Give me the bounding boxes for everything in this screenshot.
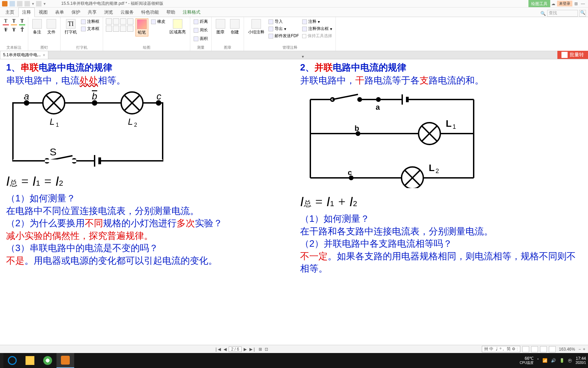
pencil-button[interactable]: 铅笔	[135, 18, 148, 36]
create-stamp-button[interactable]: 创建	[229, 18, 241, 36]
tab-dropdown[interactable]: ▾	[300, 54, 306, 59]
network-icon[interactable]: 📶	[542, 358, 548, 363]
tab-features[interactable]: 特色功能	[138, 8, 162, 17]
tab-protect[interactable]: 保护	[68, 8, 84, 17]
area-highlight-button[interactable]: 区域高亮	[168, 18, 187, 36]
text-box-button[interactable]: 文本框	[80, 26, 100, 32]
polyline-tool[interactable]	[120, 26, 126, 32]
prev-page-button[interactable]: ◀	[223, 347, 227, 352]
line-tool[interactable]	[113, 26, 119, 32]
highlight-tool[interactable]: T	[3, 18, 9, 25]
tab-help[interactable]: 帮助	[163, 8, 179, 17]
qat-dropdown[interactable]: ▾	[32, 1, 34, 6]
cpu-temp[interactable]: 66℃ CPU温度	[520, 356, 534, 365]
close-tab-icon[interactable]: ×	[43, 53, 45, 58]
svg-line-34	[332, 94, 358, 99]
cloud-tool[interactable]	[127, 18, 133, 25]
battery-icon[interactable]: 🔋	[559, 358, 565, 363]
import-button[interactable]: 导入	[268, 18, 299, 25]
view-cont-facing-icon[interactable]	[549, 346, 556, 352]
ime-status[interactable]: 卌 中 ♩ º， 简 ⚙ :	[482, 346, 520, 352]
stamp-button[interactable]: 图章	[214, 18, 227, 36]
polygon-tool[interactable]	[120, 18, 126, 25]
area-button[interactable]: 面积	[193, 35, 209, 42]
batch-convert-button[interactable]: 批量转	[557, 51, 588, 59]
document-tab[interactable]: 5.1串并联电路中电... ×	[0, 51, 48, 59]
print-icon[interactable]	[17, 1, 22, 6]
oval-tool[interactable]	[113, 18, 119, 25]
tab-view[interactable]: 视图	[35, 8, 51, 17]
strikeout-tool[interactable]: T	[3, 27, 9, 34]
login-status[interactable]: 未登录	[557, 1, 572, 6]
eraser-button[interactable]: 橡皮	[150, 18, 166, 25]
tab-cloud[interactable]: 云服务	[117, 8, 137, 17]
tray-up-icon[interactable]: ˄	[537, 358, 539, 363]
save-icon[interactable]	[10, 1, 15, 6]
distance-button[interactable]: 距离	[193, 18, 209, 25]
view-single-icon[interactable]	[522, 346, 529, 352]
svg-text:1: 1	[453, 123, 456, 130]
ribbon-options-icon[interactable]: ⊞	[573, 1, 579, 6]
svg-text:S: S	[50, 146, 56, 157]
tab-annot-format[interactable]: 注释格式	[179, 8, 204, 17]
taskbar-explorer[interactable]	[21, 353, 39, 368]
callout-tool[interactable]	[127, 26, 133, 32]
view-cont-icon[interactable]	[531, 346, 538, 352]
insert-tool[interactable]: T̂	[19, 27, 25, 34]
tab-annotate[interactable]: 注释	[18, 7, 35, 17]
next-page-button[interactable]: ▶	[243, 347, 247, 352]
annot-box-button[interactable]: 注释框	[80, 18, 100, 25]
clock[interactable]: 17:44 2020/1	[575, 356, 586, 365]
zoom-out-button[interactable]: −	[578, 347, 581, 352]
qat-dropdown2[interactable]: ▾	[44, 1, 46, 6]
svg-text:1: 1	[56, 122, 59, 128]
foxit-icon	[61, 356, 70, 365]
replace-tool[interactable]: Ŧ	[11, 27, 17, 34]
file-button[interactable]: 文件	[45, 18, 58, 36]
arrow-tool[interactable]	[106, 26, 112, 32]
summary-button[interactable]: 小结注释	[247, 18, 266, 36]
taskbar-foxit[interactable]	[56, 353, 74, 368]
perimeter-button[interactable]: 周长	[193, 27, 209, 33]
explorer-icon	[26, 356, 34, 365]
note-button[interactable]: 备注	[31, 18, 43, 36]
first-page-button[interactable]: ❘◀	[214, 347, 222, 352]
volume-icon[interactable]: 🔊	[551, 358, 556, 363]
underline-tool[interactable]: T	[19, 18, 25, 25]
export-button[interactable]: 导出▾	[268, 26, 299, 32]
search-button[interactable]: 🔍	[579, 10, 586, 17]
edge-icon	[8, 356, 17, 365]
undo-icon[interactable]	[24, 1, 30, 6]
layout-icon-2[interactable]: ⊡	[264, 347, 269, 352]
view-facing-icon[interactable]	[540, 346, 547, 352]
keep-tool-check[interactable]: 保持工具选择	[301, 33, 333, 39]
zoom-in-button[interactable]: +	[583, 347, 585, 352]
typewriter-button[interactable]: TI打字机	[63, 18, 78, 36]
title-bar: ▾ ▾ 15.5.1串并联电路中电流的规律.pdf * - 福昕阅读器领鲜版 绘…	[0, 0, 588, 7]
redo-icon[interactable]	[36, 1, 42, 6]
system-tray: 66℃ CPU温度 ˄ 📶 🔊 🔋 ㊥ 17:44 2020/1	[520, 356, 588, 365]
ribbon-content: T T T T Ŧ T̂ 文本标注 备注 文件 图钉 TI打字机 注释框 文本框…	[0, 17, 588, 51]
send-fdf-button[interactable]: 邮件发送FDF	[268, 33, 299, 39]
squiggly-tool[interactable]: T	[11, 18, 17, 25]
page-indicator[interactable]: 2 / 6	[229, 347, 241, 352]
tab-form[interactable]: 表单	[52, 8, 67, 17]
annot-cmd-button[interactable]: 注释▾	[301, 18, 333, 25]
taskbar-chrome[interactable]	[39, 353, 56, 368]
tab-share[interactable]: 共享	[84, 8, 100, 17]
zoom-value[interactable]: 163.46%	[558, 347, 576, 352]
last-page-button[interactable]: ▶❘	[249, 347, 257, 352]
layout-icon-1[interactable]: ⊞	[258, 347, 263, 352]
popup-button[interactable]: 注释弹出框▾	[301, 26, 333, 32]
minimize-icon[interactable]: —	[580, 1, 586, 6]
cloud-icon[interactable]: ☁	[550, 1, 556, 6]
ime-icon[interactable]: ㊥	[568, 358, 572, 364]
svg-text:c: c	[157, 91, 161, 102]
document-viewport[interactable]: 1、串联电路中电流的规律 串联电路中，电流处处相等。	[0, 59, 588, 323]
taskbar-edge[interactable]	[3, 353, 21, 368]
tab-home[interactable]: 主页	[2, 8, 18, 17]
rect-tool[interactable]	[106, 18, 112, 25]
search-icon[interactable]: 🔍	[540, 11, 546, 16]
tab-browse[interactable]: 浏览	[101, 8, 116, 17]
search-input[interactable]: 查找	[547, 10, 578, 17]
